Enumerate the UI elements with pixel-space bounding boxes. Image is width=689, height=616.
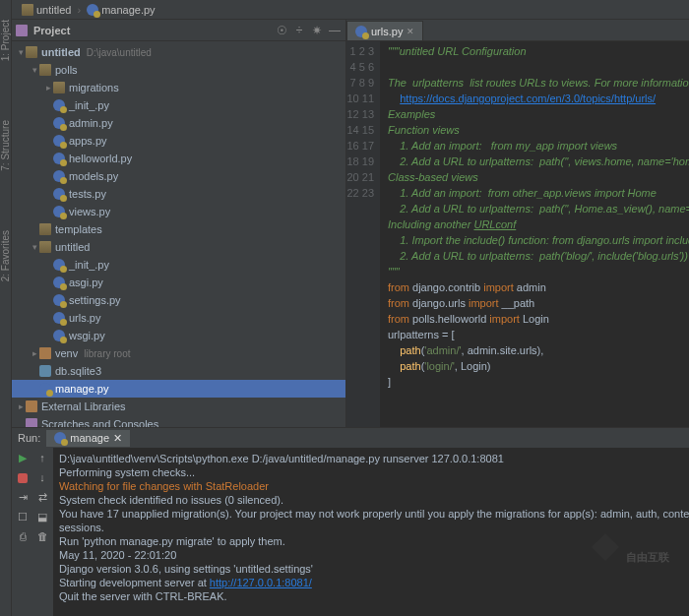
tree-node[interactable]: ▸ venvlibrary root bbox=[12, 344, 345, 362]
tree-node[interactable]: urls.py bbox=[12, 309, 345, 327]
expand-arrow[interactable]: ▾ bbox=[30, 242, 39, 252]
py-icon bbox=[53, 330, 65, 341]
scroll-icon[interactable]: ⬓ bbox=[35, 511, 49, 524]
py-icon bbox=[39, 383, 51, 395]
proj-icon bbox=[26, 418, 37, 427]
print-icon[interactable]: ⎙ bbox=[16, 530, 30, 544]
console-output[interactable]: D:\java\untitled\venv\Scripts\python.exe… bbox=[53, 448, 689, 616]
editor-tabs: urls.py ✕ bbox=[346, 20, 689, 41]
exit-icon[interactable]: ⇥ bbox=[16, 491, 30, 505]
left-tool-strip: 1: Project 7: Structure 2: Favorites bbox=[0, 0, 12, 616]
tree-node[interactable]: ▸ External Libraries bbox=[12, 398, 345, 415]
run-config-tab[interactable]: manage ✕ bbox=[46, 430, 130, 447]
python-icon bbox=[87, 4, 98, 16]
tree-node[interactable]: db.sqlite3 bbox=[12, 362, 345, 380]
rerun-icon[interactable]: ▶ bbox=[16, 452, 30, 465]
tree-node[interactable]: _init_.py bbox=[12, 256, 345, 274]
run-panel: Run: manage ✕ ▶ ↑ ↓ ⇥ ⇄ ☐ ⬓ ⎙ 🗑 D:\java\… bbox=[12, 427, 689, 616]
wrap-icon[interactable]: ⇄ bbox=[35, 491, 49, 505]
collapse-icon[interactable]: ÷ bbox=[292, 24, 306, 37]
tree-node[interactable]: tests.py bbox=[12, 185, 345, 203]
sidebar-header: Project ☉ ÷ ✷ — bbox=[12, 20, 345, 41]
expand-arrow[interactable]: ▸ bbox=[43, 83, 53, 92]
py-icon bbox=[53, 277, 65, 288]
breadcrumb-file[interactable]: manage.py bbox=[81, 4, 160, 16]
tree-node[interactable]: admin.py bbox=[12, 114, 345, 132]
py-icon bbox=[53, 188, 65, 200]
tree-node[interactable]: views.py bbox=[12, 203, 345, 220]
lib-icon bbox=[26, 400, 37, 412]
tab-urls[interactable]: urls.py ✕ bbox=[346, 21, 423, 40]
tree-node[interactable]: ▸ migrations bbox=[12, 79, 345, 96]
tree-node[interactable]: _init_.py bbox=[12, 96, 345, 114]
tree-node[interactable]: asgi.py bbox=[12, 274, 345, 291]
project-tree[interactable]: ▾ untitledD:\java\untitled ▾ polls ▸ mig… bbox=[12, 41, 345, 427]
tool-favorites-tab[interactable]: 2: Favorites bbox=[0, 230, 11, 281]
up-icon[interactable]: ↑ bbox=[35, 452, 49, 465]
close-icon[interactable]: ✕ bbox=[113, 432, 122, 445]
project-sidebar: Project ☉ ÷ ✷ — ▾ untitledD:\java\untitl… bbox=[12, 20, 346, 427]
py-icon bbox=[53, 259, 65, 271]
tree-node[interactable]: ▾ untitled bbox=[12, 238, 345, 256]
line-gutter: 1 2 3 4 5 6 7 8 9 10 11 12 13 14 15 16 1… bbox=[346, 41, 380, 427]
py-icon bbox=[53, 170, 65, 182]
db-icon bbox=[39, 365, 51, 377]
down-icon[interactable]: ↓ bbox=[35, 471, 49, 485]
folder-icon bbox=[53, 82, 65, 93]
run-toolbar: ▶ ↑ ↓ ⇥ ⇄ ☐ ⬓ ⎙ 🗑 bbox=[12, 448, 53, 616]
tree-node[interactable]: apps.py bbox=[12, 132, 345, 150]
py-icon bbox=[53, 153, 65, 164]
folder-icon bbox=[39, 64, 51, 76]
lib-icon bbox=[39, 347, 51, 359]
breadcrumb-project[interactable]: untitled bbox=[16, 4, 77, 16]
tool-project-tab[interactable]: 1: Project bbox=[0, 20, 11, 61]
tree-node[interactable]: manage.py bbox=[12, 380, 345, 398]
project-icon bbox=[16, 25, 28, 36]
expand-arrow[interactable]: ▾ bbox=[30, 65, 39, 75]
sidebar-title: Project bbox=[31, 25, 271, 36]
tree-node[interactable]: helloworld.py bbox=[12, 150, 345, 167]
expand-arrow[interactable]: ▸ bbox=[30, 348, 39, 358]
tree-node[interactable]: templates bbox=[12, 220, 345, 238]
settings-icon[interactable]: ✷ bbox=[310, 24, 324, 37]
folder-icon bbox=[39, 241, 51, 253]
tree-node[interactable]: Scratches and Consoles bbox=[12, 415, 345, 427]
tool-structure-tab[interactable]: 7: Structure bbox=[0, 120, 11, 171]
folder-icon bbox=[22, 4, 33, 16]
tree-node[interactable]: wsgi.py bbox=[12, 327, 345, 344]
expand-arrow[interactable]: ▸ bbox=[16, 401, 26, 411]
folder-icon bbox=[26, 46, 37, 58]
target-icon[interactable]: ☉ bbox=[275, 24, 288, 37]
py-icon bbox=[53, 294, 65, 306]
close-icon[interactable]: ✕ bbox=[407, 27, 414, 36]
tree-node[interactable]: ▾ polls bbox=[12, 61, 345, 79]
folder-icon bbox=[39, 223, 51, 235]
breadcrumb: untitled › manage.py bbox=[12, 0, 689, 20]
py-icon bbox=[53, 312, 65, 324]
code-area[interactable]: """untitled URL Configuration The urlpat… bbox=[380, 41, 689, 427]
python-icon bbox=[355, 26, 367, 37]
stop-icon[interactable] bbox=[18, 473, 28, 483]
tree-node[interactable]: settings.py bbox=[12, 291, 345, 309]
layout-icon[interactable]: ☐ bbox=[16, 511, 30, 524]
trash-icon[interactable]: 🗑 bbox=[35, 530, 49, 544]
tree-node[interactable]: ▾ untitledD:\java\untitled bbox=[12, 43, 345, 61]
py-icon bbox=[53, 117, 65, 129]
expand-arrow[interactable]: ▾ bbox=[16, 47, 26, 57]
hide-icon[interactable]: — bbox=[328, 24, 342, 37]
python-icon bbox=[54, 432, 66, 444]
run-label: Run: bbox=[12, 432, 46, 444]
editor: urls.py ✕ 1 2 3 4 5 6 7 8 9 10 11 12 13 … bbox=[346, 20, 689, 427]
tree-node[interactable]: models.py bbox=[12, 167, 345, 185]
py-icon bbox=[53, 99, 65, 111]
py-icon bbox=[53, 135, 65, 147]
py-icon bbox=[53, 206, 65, 217]
